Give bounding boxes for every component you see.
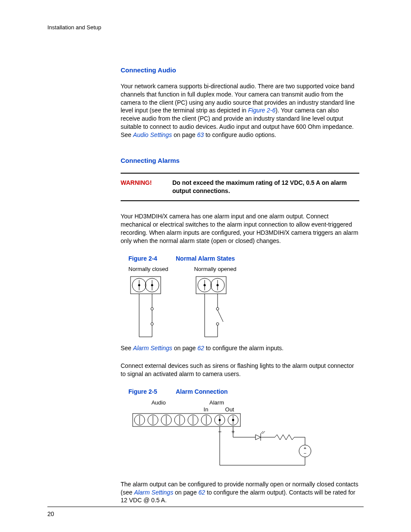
label-normally-closed: Normally closed <box>128 265 168 273</box>
figure-2-5-caption: Figure 2-5Alarm Connection <box>128 388 359 396</box>
svg-text:+: + <box>304 445 306 451</box>
warning-label: WARNING! <box>121 179 172 195</box>
link-page-63[interactable]: 63 <box>197 131 204 138</box>
svg-line-24 <box>218 310 223 322</box>
link-alarm-settings-2[interactable]: Alarm Settings <box>134 489 173 496</box>
link-audio-settings[interactable]: Audio Settings <box>133 131 172 138</box>
footer-rule <box>47 507 364 507</box>
svg-text:−: − <box>304 451 306 456</box>
figure-2-5: Audio Alarm In Out <box>128 398 359 472</box>
text: on page <box>172 345 197 352</box>
figure-2-4-right: Normally opened <box>194 265 236 339</box>
text: on page <box>173 489 198 496</box>
svg-point-50 <box>232 419 234 421</box>
text: See <box>121 345 133 352</box>
svg-rect-32 <box>133 414 240 426</box>
label-normally-opened: Normally opened <box>194 265 236 273</box>
figure-number: Figure 2-4 <box>128 255 176 263</box>
svg-point-25 <box>216 323 219 325</box>
figure-title: Normal Alarm States <box>176 255 235 262</box>
heading-connecting-audio: Connecting Audio <box>121 66 359 75</box>
svg-rect-14 <box>196 277 226 294</box>
para-alarms-4: The alarm output can be configured to pr… <box>121 480 359 505</box>
page-number: 20 <box>47 510 54 518</box>
running-head: Installation and Setup <box>47 24 364 31</box>
para-audio-1: Your network camera supports bi-directio… <box>121 82 359 139</box>
link-page-62-2[interactable]: 62 <box>199 489 206 496</box>
svg-text:Audio: Audio <box>151 399 165 406</box>
figure-title: Alarm Connection <box>176 388 228 395</box>
warning-text: Do not exceed the maximum rating of 12 V… <box>172 179 359 195</box>
svg-point-11 <box>151 323 153 325</box>
figure-2-4-left: Normally closed <box>128 265 168 339</box>
link-figure-2-6[interactable]: Figure 2-6 <box>248 107 276 114</box>
diagram-normally-closed-icon <box>128 274 163 339</box>
svg-text:Out: Out <box>225 406 234 413</box>
para-alarms-2: See Alarm Settings on page 62 to configu… <box>121 344 359 352</box>
text: to configure audio options. <box>204 131 276 138</box>
para-alarms-3: Connect external devices such as sirens … <box>121 362 359 378</box>
svg-point-49 <box>219 419 221 421</box>
svg-text:In: In <box>204 406 209 413</box>
figure-2-4-caption: Figure 2-4Normal Alarm States <box>128 255 359 263</box>
para-alarms-1: Your HD3MDIH/X camera has one alarm inpu… <box>121 212 359 245</box>
text: on page <box>172 131 197 138</box>
svg-rect-0 <box>131 277 161 294</box>
heading-connecting-alarms: Connecting Alarms <box>121 156 359 165</box>
figure-2-4: Normally closed <box>128 265 359 339</box>
diagram-normally-opened-icon <box>194 274 228 339</box>
svg-text:Alarm: Alarm <box>209 399 224 406</box>
svg-point-9 <box>151 308 153 310</box>
page-content: Connecting Audio Your network camera sup… <box>121 66 359 505</box>
diagram-alarm-connection-icon: Audio Alarm In Out <box>128 398 318 472</box>
svg-point-23 <box>216 308 219 310</box>
figure-number: Figure 2-5 <box>128 388 176 396</box>
link-alarm-settings-1[interactable]: Alarm Settings <box>133 345 172 352</box>
text: to configure the alarm inputs. <box>204 345 283 352</box>
page: Installation and Setup Connecting Audio … <box>0 0 411 532</box>
warning-block: WARNING! Do not exceed the maximum ratin… <box>121 173 359 201</box>
link-page-62-1[interactable]: 62 <box>197 345 204 352</box>
